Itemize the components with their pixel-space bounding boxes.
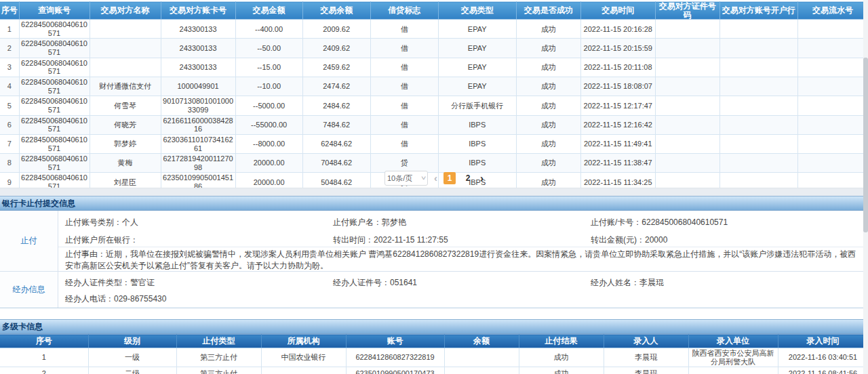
table-cell [719,20,797,39]
stop-payment-panel: 止付 止付账号类别：个人 止付账户名：郭梦艳 止付账/卡号：6228450068… [0,211,868,308]
table-cell: 何雪琴 [90,96,161,115]
page-size-label: 10条/页 [387,173,412,184]
field-bank: 止付账户所在银行： [65,234,138,246]
table-cell: 4 [0,77,19,96]
table-cell: 2022-11-15 20:11:08 [580,58,655,77]
table-row[interactable]: 76228450068040610571郭梦婷62303611010734162… [0,134,868,153]
table-cell [261,367,346,374]
next-page-button[interactable]: › [480,172,484,184]
table-cell: 7484.62 [302,115,370,134]
table-cell [719,96,797,115]
table-row[interactable]: 16228450068040610571243300133--400.00200… [0,20,868,39]
field-operator-cert-no: 经办人证件号：051641 [333,277,417,289]
table-cell: 2022-11-15 12:17:47 [580,96,655,115]
column-header: 交易余额 [302,2,370,20]
table-row[interactable]: 56228450068040610571何雪琴90107130801001000… [0,96,868,115]
table-cell: 3 [0,58,19,77]
table-cell [797,96,867,115]
prev-page-button[interactable]: ‹ [434,172,437,184]
table-cell [688,367,778,374]
table-cell: 6228450068040610571 [19,20,90,39]
table-cell [797,39,867,58]
table-cell: 2 [0,39,19,58]
page-number-button[interactable]: 2 [462,172,474,184]
header-row: 序号级别止付类型所属机构账号余额止付结果录入人录入单位录入时间 [0,335,868,348]
table-cell: 2 [0,367,88,374]
table-cell [655,115,719,134]
column-header: 交易对方账号开户行 [719,2,797,20]
column-header: 序号 [0,2,19,20]
table-cell: 借 [370,96,438,115]
table-cell: 6228450068040610571 [19,96,90,115]
table-cell [655,96,719,115]
table-cell: 借 [370,77,438,96]
table-cell: 6235010990500170473 [346,367,444,374]
column-header: 交易对方账卡号 [161,2,235,20]
column-header: 录入人 [604,335,688,348]
table-cell: 一级 [88,348,176,367]
table-cell: 243300133 [161,39,235,58]
section-title: 银行卡止付提交信息 [2,199,75,208]
table-cell: 7 [0,134,19,153]
table-cell: 1 [0,348,88,367]
table-cell: 6216611600003842816 [161,115,235,134]
field-transfer-time: 转出时间：2022-11-15 11:27:55 [333,234,448,246]
column-header: 级别 [88,335,176,348]
table-cell [90,58,161,77]
group-label-zhifu: 止付 [0,211,58,271]
operator-info-row: 经办信息 经办人证件类型：警官证 经办人证件号：051641 经办人姓名：李晨琨… [0,271,868,308]
column-header: 录入时间 [778,335,868,348]
column-header: 余额 [444,335,519,348]
column-header: 交易流水号 [797,2,867,20]
table-cell: --15.00 [235,58,302,77]
column-header: 录入单位 [688,335,778,348]
page-size-select[interactable]: 10条/页 ˅ [384,171,428,186]
table-cell: EPAY [438,20,516,39]
table-row[interactable]: 36228450068040610571243300133--15.002459… [0,58,868,77]
table-cell [719,39,797,58]
column-header: 序号 [0,335,88,348]
column-header: 账号 [346,335,444,348]
table-cell [797,77,867,96]
column-header: 交易对方名称 [90,2,161,20]
section-title: 多级卡信息 [2,322,43,331]
table-row[interactable]: 1一级第三方止付中国农业银行6228412860827322819成功李晨琨陕西… [0,348,868,367]
column-header: 借贷标志 [370,2,438,20]
table-cell: 2409.62 [302,39,370,58]
table-cell: 成功 [516,39,580,58]
table-row[interactable]: 46228450068040610571财付通微信支付1000049901--1… [0,77,868,96]
group-label-operator: 经办信息 [0,272,58,308]
table-cell [655,77,719,96]
table-cell: EPAY [438,58,516,77]
table-row[interactable]: 66228450068040610571何晓芳62166116000038428… [0,115,868,134]
column-header: 止付类型 [176,335,261,348]
table-cell: 2459.62 [302,58,370,77]
table-cell: 6228450068040610571 [19,77,90,96]
table-cell: 243300133 [161,20,235,39]
table-cell: 中国农业银行 [261,348,346,367]
table-cell: 成功 [516,134,580,153]
column-header: 所属机构 [261,335,346,348]
table-cell: IBPS [438,115,516,134]
scrollbar-thumb[interactable] [863,58,868,232]
table-cell [444,367,519,374]
table-cell: 2022-11-15 18:08:07 [580,77,655,96]
table-row[interactable]: 2二级第三方止付6235010990500170473成功李晨琨2022-11-… [0,367,868,374]
table-cell [90,20,161,39]
table-cell: EPAY [438,39,516,58]
page-number-button[interactable]: 1 [443,172,456,184]
table-row[interactable]: 26228450068040610571243300133--50.002409… [0,39,868,58]
table-cell: 成功 [516,96,580,115]
stop-payment-row: 止付 止付账号类别：个人 止付账户名：郭梦艳 止付账/卡号：6228450068… [0,211,868,271]
table-cell: 2022-11-15 20:15:59 [580,39,655,58]
table-cell: 财付通微信支付 [90,77,161,96]
table-cell: 2022-11-16 03:40:51 [778,348,868,367]
table-cell: 借 [370,20,438,39]
table-cell: 李晨琨 [604,367,688,374]
table-cell: 郭梦婷 [90,134,161,153]
field-card-number: 止付账/卡号：6228450068040610571 [591,217,728,228]
table-cell [90,39,161,58]
field-operator-cert-type: 经办人证件类型：警官证 [65,277,155,289]
table-cell: --55000.00 [235,115,302,134]
table-cell: 9010713080100100033099 [161,96,235,115]
